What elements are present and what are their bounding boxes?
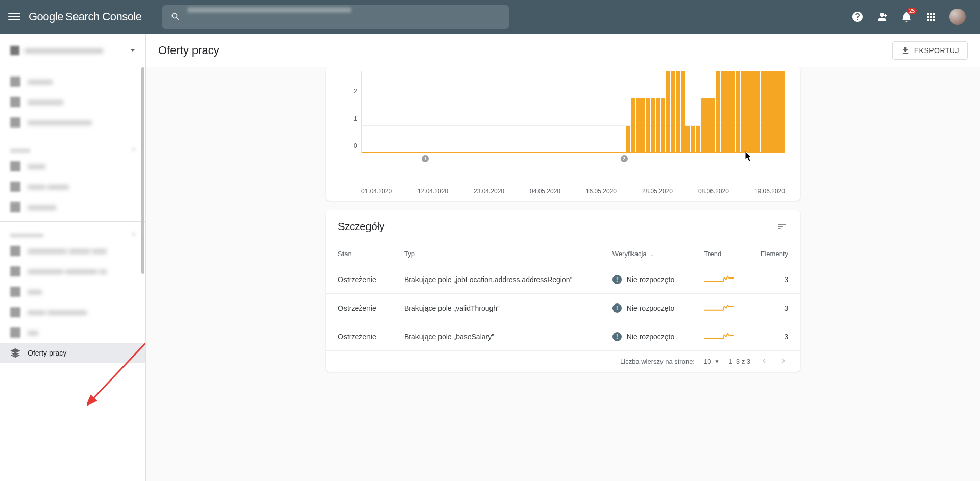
chart-bar: [676, 71, 680, 153]
chart-bar: [736, 71, 740, 153]
search-input[interactable]: xxxxxxxxxxxxxxxxxxxxxxxxxxxxxxxxxxxxxxxx: [188, 5, 501, 29]
apps-icon[interactable]: [925, 11, 937, 23]
chart-bar: [701, 98, 705, 153]
export-button[interactable]: EKSPORTUJ: [892, 41, 968, 60]
row-trend: [692, 322, 748, 351]
sidebar-item[interactable]: xxxxxxxxxx: [0, 92, 145, 112]
table-row[interactable]: Ostrzeżenie Brakujące pole „jobLocation.…: [326, 265, 800, 294]
menu-button[interactable]: [8, 11, 20, 23]
notification-badge: 25: [907, 8, 917, 14]
sidebar-item-oferty-pracy[interactable]: Oferty pracy: [0, 343, 145, 363]
nav-icon: [10, 117, 20, 128]
sidebar-item[interactable]: xxxxxxxxxxx xxxxxx xxxx: [0, 241, 145, 261]
row-trend: [692, 294, 748, 322]
nav-icon: [10, 287, 20, 297]
chart-bar: [745, 71, 750, 153]
property-icon: [10, 46, 19, 55]
chart-bar: [710, 98, 715, 153]
sidebar-item[interactable]: xxxxx: [0, 156, 145, 176]
chart: 012313: [326, 67, 800, 174]
chart-bar: [631, 98, 635, 153]
sidebar-item[interactable]: xxxxx xxxxxx: [0, 176, 145, 197]
sidebar-item[interactable]: xxxxxxxxxx xxxxxxxxx xx: [0, 261, 145, 282]
row-type: Brakujące pole „baseSalary”: [392, 322, 600, 351]
next-page-button[interactable]: [779, 356, 788, 367]
col-stan[interactable]: Stan: [326, 243, 392, 265]
nav-icon: [10, 161, 20, 171]
rows-per-page-select[interactable]: 10 ▼: [704, 358, 719, 365]
row-elements: 3: [748, 294, 800, 322]
yaxis-tick: 1: [354, 115, 357, 122]
info-icon: !: [612, 332, 622, 341]
xaxis-tick: 08.06.2020: [698, 188, 729, 195]
chart-event-marker[interactable]: 3: [621, 155, 628, 162]
table-row[interactable]: Ostrzeżenie Brakujące pole „validThrough…: [326, 294, 800, 322]
col-weryfikacja[interactable]: Weryfikacja ↓: [600, 243, 692, 265]
sidebar-item[interactable]: xxxxxxx: [0, 71, 145, 92]
chart-bar: [666, 71, 670, 153]
page-title: Oferty pracy: [158, 44, 892, 57]
xaxis-tick: 19.06.2020: [754, 188, 785, 195]
nav-icon: [10, 307, 20, 317]
chart-bar: [641, 98, 646, 153]
search-box[interactable]: xxxxxxxxxxxxxxxxxxxxxxxxxxxxxxxxxxxxxxxx: [162, 5, 509, 29]
chart-bar: [765, 71, 770, 153]
col-trend[interactable]: Trend: [692, 243, 748, 265]
col-typ[interactable]: Typ: [392, 243, 600, 265]
filter-icon[interactable]: [776, 220, 788, 233]
property-text: xxxxxxxxxxxxxxxxxxxxxx: [24, 46, 123, 55]
notifications-icon[interactable]: 25: [900, 11, 913, 23]
sidebar-item[interactable]: xxxxxxxx: [0, 197, 145, 217]
row-type: Brakujące pole „jobLocation.address.addr…: [392, 265, 600, 294]
chart-bar: [750, 71, 755, 153]
layers-icon: [10, 348, 20, 358]
chart-bar: [755, 71, 760, 153]
details-card: Szczegóły Stan Typ Weryfikacja ↓ Trend E…: [326, 210, 800, 372]
chart-event-marker[interactable]: 1: [422, 155, 429, 162]
pagination: Liczba wierszy na stronę: 10 ▼ 1–3 z 3: [326, 351, 800, 372]
chart-xaxis: 01.04.202012.04.202023.04.202004.05.2020…: [361, 174, 785, 195]
row-type: Brakujące pole „validThrough”: [392, 294, 600, 322]
help-icon[interactable]: [851, 11, 864, 23]
chart-bar: [730, 71, 735, 153]
pagination-range: 1–3 z 3: [728, 358, 750, 365]
page-header: Oferty pracy EKSPORTUJ: [146, 34, 980, 67]
sidebar-section-label: xxxxxx^: [0, 141, 145, 156]
chart-bar: [656, 98, 660, 153]
sidebar-item[interactable]: xxx: [0, 322, 145, 343]
chart-bar: [681, 71, 685, 153]
sidebar-item[interactable]: xxxxxxxxxxxxxxxxxx: [0, 112, 145, 133]
row-trend: [692, 265, 748, 294]
chart-bar: [780, 71, 785, 153]
chart-bar: [646, 98, 650, 153]
chart-bar: [691, 126, 695, 153]
sidebar-item[interactable]: xxxxx xxxxxxxxxxx: [0, 302, 145, 322]
xaxis-tick: 04.05.2020: [530, 188, 560, 195]
prev-page-button[interactable]: [760, 356, 769, 367]
chart-bar: [761, 71, 765, 153]
chart-bar: [721, 71, 725, 153]
yaxis-tick: 0: [354, 142, 357, 149]
xaxis-tick: 23.04.2020: [474, 188, 504, 195]
property-selector[interactable]: xxxxxxxxxxxxxxxxxxxxxx: [0, 34, 145, 67]
xaxis-tick: 28.05.2020: [642, 188, 673, 195]
table-row[interactable]: Ostrzeżenie Brakujące pole „baseSalary” …: [326, 322, 800, 351]
avatar[interactable]: [949, 9, 966, 25]
search-icon: [170, 12, 181, 22]
sidebar-item[interactable]: xxxx: [0, 282, 145, 302]
users-icon[interactable]: [876, 11, 888, 23]
chart-bar: [775, 71, 780, 153]
chart-bar: [696, 126, 700, 153]
yaxis-tick: 2: [354, 88, 357, 95]
rows-per-page-label: Liczba wierszy na stronę:: [620, 358, 695, 365]
chart-bar: [716, 71, 720, 153]
app-header: Google Search Console xxxxxxxxxxxxxxxxxx…: [0, 0, 980, 34]
chart-bar: [671, 71, 675, 153]
nav-icon: [10, 266, 20, 276]
col-elementy[interactable]: Elementy: [748, 243, 800, 265]
chart-bar: [770, 71, 775, 153]
yaxis-tick: 3: [354, 67, 357, 68]
nav-icon: [10, 327, 20, 338]
sidebar-item-label: Oferty pracy: [28, 349, 66, 357]
logo-google-text: Google: [29, 10, 63, 23]
